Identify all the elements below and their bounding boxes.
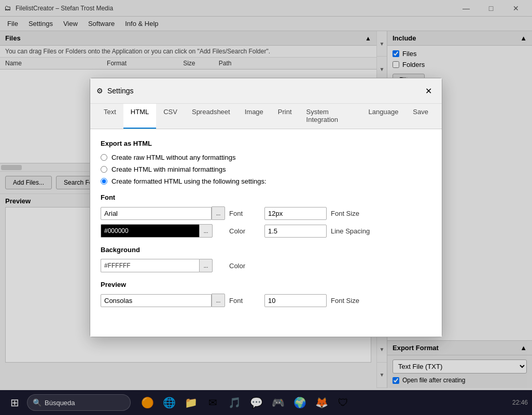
- modal-content: Export as HTML Create raw HTML without a…: [90, 129, 442, 337]
- font-section-title: Font: [101, 193, 431, 201]
- tab-system-integration[interactable]: System Integration: [299, 104, 361, 129]
- modal-title-row: ⚙ Settings: [96, 87, 134, 95]
- export-as-html-title: Export as HTML: [101, 140, 431, 147]
- preview-font-size-label: Font Size: [331, 297, 359, 305]
- tab-text[interactable]: Text: [96, 104, 123, 129]
- tab-image[interactable]: Image: [237, 104, 271, 129]
- settings-modal: ⚙ Settings ✕ Text HTML CSV Spreadsheet I…: [90, 78, 442, 337]
- radio-raw-label: Create raw HTML without any formattings: [111, 154, 235, 161]
- color-input-group: #000000 ...: [101, 224, 225, 238]
- radio-raw-input[interactable]: [101, 154, 107, 161]
- radio-formatted-input[interactable]: [101, 178, 107, 185]
- bg-color-label: Color: [229, 262, 260, 270]
- modal-title: Settings: [107, 87, 134, 95]
- tab-print[interactable]: Print: [271, 104, 299, 129]
- color-swatch: #000000: [101, 224, 199, 238]
- preview-font-input[interactable]: [101, 294, 212, 307]
- background-row: #FFFFFF ... Color: [101, 259, 431, 272]
- font-size-label: Font Size: [331, 210, 359, 217]
- settings-tabs: Text HTML CSV Spreadsheet Image Print Sy…: [90, 104, 442, 129]
- preview-font-input-group: ...: [101, 294, 225, 307]
- font-row-1: ... Font Font Size: [101, 206, 431, 220]
- preview-font-row: ... Font Font Size: [101, 294, 431, 307]
- preview-font-size-input[interactable]: [264, 294, 327, 307]
- font-row-2: #000000 ... Color Line Spacing: [101, 224, 431, 238]
- radio-formatted: Create formatted HTML using the followin…: [101, 177, 431, 185]
- tab-csv[interactable]: CSV: [156, 104, 185, 129]
- font-browse-btn[interactable]: ...: [212, 206, 225, 220]
- modal-settings-icon: ⚙: [96, 87, 103, 95]
- radio-minimal: Create HTML with minimal formattings: [101, 165, 431, 173]
- preview-font-subsection: Preview ... Font Font Size: [101, 281, 431, 307]
- bg-color-browse-btn[interactable]: ...: [199, 259, 213, 272]
- bg-color-swatch: #FFFFFF: [101, 259, 199, 272]
- modal-close-button[interactable]: ✕: [421, 84, 436, 98]
- radio-raw: Create raw HTML without any formattings: [101, 154, 431, 161]
- color-label: Color: [229, 227, 260, 235]
- tab-spreadsheet[interactable]: Spreadsheet: [185, 104, 237, 129]
- line-spacing-label: Line Spacing: [331, 227, 370, 235]
- radio-minimal-input[interactable]: [101, 166, 107, 173]
- background-subsection: Background #FFFFFF ... Color: [101, 246, 431, 272]
- font-input[interactable]: [101, 207, 212, 220]
- radio-minimal-label: Create HTML with minimal formattings: [111, 165, 226, 173]
- font-input-group: ...: [101, 206, 225, 220]
- font-label: Font: [229, 210, 260, 217]
- tab-language[interactable]: Language: [361, 104, 406, 129]
- background-section-title: Background: [101, 246, 431, 254]
- tab-save[interactable]: Save: [405, 104, 436, 129]
- tab-html[interactable]: HTML: [123, 104, 156, 129]
- font-size-input[interactable]: [264, 207, 327, 220]
- preview-font-title: Preview: [101, 281, 431, 288]
- preview-font-browse-btn[interactable]: ...: [212, 294, 225, 307]
- radio-formatted-label: Create formatted HTML using the followin…: [111, 177, 267, 185]
- line-spacing-input[interactable]: [264, 225, 327, 238]
- modal-titlebar: ⚙ Settings ✕: [90, 78, 442, 104]
- bg-color-input-group: #FFFFFF ...: [101, 259, 225, 272]
- font-subsection: Font ... Font Font Size #000000 ...: [101, 193, 431, 238]
- modal-overlay: ⚙ Settings ✕ Text HTML CSV Spreadsheet I…: [0, 0, 532, 415]
- preview-font-label: Font: [229, 297, 260, 305]
- color-browse-btn[interactable]: ...: [199, 224, 213, 238]
